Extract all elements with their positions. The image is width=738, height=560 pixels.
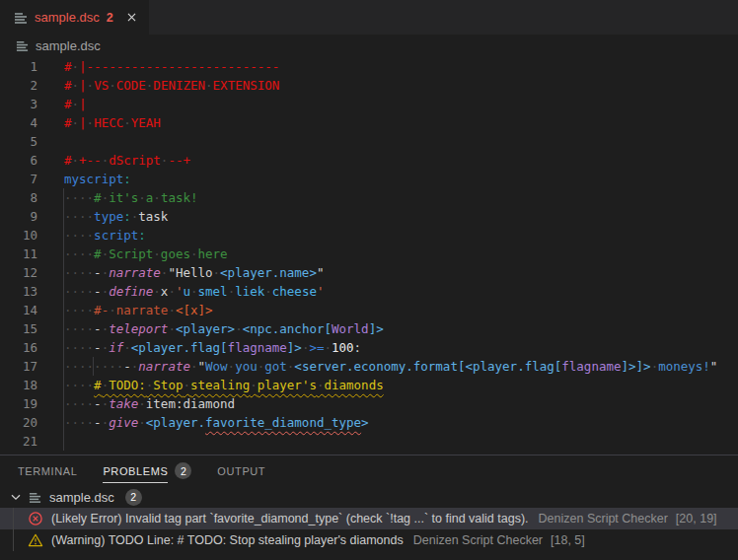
tab-sample-dsc[interactable]: sample.dsc 2: [0, 0, 149, 35]
code-line[interactable]: 12····-·narrate·"Hello·<player.name>": [0, 263, 738, 282]
code-text: #·|--------------------------: [64, 57, 279, 76]
line-number: 7: [0, 170, 37, 188]
code-line[interactable]: 4#·|·HECC·YEAH: [0, 113, 738, 132]
code-line[interactable]: 13····-·define·x·'u·smel·liek·cheese': [0, 282, 738, 301]
code-text: ····#·TODO:·Stop·stealing·player's·diamo…: [64, 376, 384, 394]
file-icon: [14, 11, 28, 25]
line-number: 16: [0, 338, 37, 357]
tab-terminal[interactable]: TERMINAL: [18, 459, 77, 483]
line-number: 20: [0, 413, 37, 432]
breadcrumb[interactable]: sample.dsc: [0, 35, 738, 57]
indent-guide: [93, 357, 94, 376]
code-text: ····#-·narrate·<[x]>: [64, 301, 213, 319]
bottom-panel: TERMINAL PROBLEMS 2 OUTPUT sample.dsc 2: [0, 455, 738, 560]
problem-row-error[interactable]: (Likely Error) Invalid tag part `favorit…: [0, 508, 738, 529]
problem-position: [18, 5]: [551, 533, 585, 547]
line-number: 6: [0, 151, 37, 170]
code-line[interactable]: 6#·+--·dScript·--+: [0, 151, 738, 170]
problem-message: (Warning) TODO Line: # TODO: Stop steali…: [51, 533, 404, 547]
file-icon: [16, 39, 29, 52]
code-text: ····type:·task: [64, 207, 168, 226]
code-text: ····#·Script·goes·here: [64, 245, 228, 263]
problem-source: Denizen Script Checker: [413, 533, 543, 547]
error-icon: [28, 511, 43, 526]
problem-row-warning[interactable]: (Warning) TODO Line: # TODO: Stop steali…: [0, 529, 738, 551]
warning-icon: [28, 532, 43, 548]
line-number: 11: [0, 245, 37, 263]
code-line[interactable]: 15····-·teleport·<player>·<npc.anchor[Wo…: [0, 319, 738, 338]
line-number: 8: [0, 188, 37, 207]
vscode-window: sample.dsc 2 sample.dsc 1#·|------------…: [0, 0, 738, 560]
code-line[interactable]: 11····#·Script·goes·here: [0, 245, 738, 263]
indent-guide: [63, 188, 64, 451]
problem-position: [20, 19]: [676, 512, 717, 525]
code-line[interactable]: 14····#-·narrate·<[x]>: [0, 301, 738, 319]
line-number: 10: [0, 226, 37, 245]
panel-tab-bar: TERMINAL PROBLEMS 2 OUTPUT: [0, 455, 738, 486]
code-text: myscript:: [64, 170, 131, 188]
code-line[interactable]: 8····#·it's·a·task!: [0, 188, 738, 207]
problems-file-group[interactable]: sample.dsc 2: [0, 486, 738, 508]
code-text: #·|·VS·CODE·DENIZEN·EXTENSION: [64, 76, 279, 95]
problems-file-name: sample.dsc: [49, 490, 114, 505]
code-line[interactable]: 17········-·narrate·"Wow·you·got·<server…: [0, 357, 738, 376]
problems-count-badge: 2: [175, 462, 191, 479]
code-line[interactable]: 21: [0, 432, 738, 451]
tab-label: sample.dsc: [35, 10, 100, 25]
close-icon[interactable]: [124, 10, 139, 25]
code-text: ····-·if·<player.flag[flagname]>·>=·100:: [64, 338, 361, 357]
code-text: ····-·define·x·'u·smel·liek·cheese': [64, 282, 324, 301]
code-line[interactable]: 2#·|·VS·CODE·DENIZEN·EXTENSION: [0, 76, 738, 95]
code-text: ········-·narrate·"Wow·you·got·<server.e…: [64, 357, 717, 376]
terminal-tab-label: TERMINAL: [18, 459, 77, 483]
code-text: #·|: [64, 95, 87, 113]
code-text: ····#·it's·a·task!: [64, 188, 198, 207]
code-line[interactable]: 10····script:: [0, 226, 738, 245]
code-line[interactable]: 3#·|: [0, 95, 738, 113]
code-line[interactable]: 20····-·give·<player.favorite_diamond_ty…: [0, 413, 738, 432]
line-number: 17: [0, 357, 37, 376]
problem-source: Denizen Script Checker: [539, 512, 668, 525]
breadcrumb-file: sample.dsc: [36, 38, 101, 53]
line-number: 12: [0, 263, 37, 282]
code-line[interactable]: 5: [0, 132, 738, 151]
line-number: 15: [0, 319, 37, 338]
code-text: #·+--·dScript·--+: [64, 151, 190, 170]
code-text: ····script:: [64, 226, 146, 245]
chevron-down-icon[interactable]: [8, 489, 24, 505]
code-text: #·|·HECC·YEAH: [64, 113, 161, 132]
line-number: 9: [0, 207, 37, 226]
line-number: 3: [0, 95, 37, 113]
problem-message: (Likely Error) Invalid tag part `favorit…: [51, 512, 529, 525]
tab-problems[interactable]: PROBLEMS 2: [103, 459, 191, 483]
code-line[interactable]: 16····-·if·<player.flag[flagname]>·>=·10…: [0, 338, 738, 357]
tree-indent-guide: [13, 508, 14, 551]
file-problems-badge: 2: [125, 489, 142, 506]
code-lines: 1#·|--------------------------2#·|·VS·CO…: [0, 57, 738, 451]
tab-output[interactable]: OUTPUT: [217, 459, 265, 483]
problems-list: (Likely Error) Invalid tag part `favorit…: [0, 508, 738, 551]
output-tab-label: OUTPUT: [217, 459, 265, 483]
problems-tab-label: PROBLEMS: [103, 459, 168, 483]
line-number: 13: [0, 282, 37, 301]
line-number: 14: [0, 301, 37, 319]
line-number: 1: [0, 57, 37, 76]
tab-bar: sample.dsc 2: [0, 0, 738, 35]
line-number: 4: [0, 113, 37, 132]
code-line[interactable]: 18····#·TODO:·Stop·stealing·player's·dia…: [0, 376, 738, 394]
code-line[interactable]: 19····-·take·item:diamond: [0, 394, 738, 413]
code-text: ····-·teleport·<player>·<npc.anchor[Worl…: [64, 319, 384, 338]
line-number: 18: [0, 376, 37, 394]
file-icon: [29, 491, 41, 504]
code-line[interactable]: 7myscript:: [0, 170, 738, 188]
code-text: ····-·take·item:diamond: [64, 394, 235, 413]
code-text: ····-·narrate·"Hello·<player.name>": [64, 263, 324, 282]
line-number: 2: [0, 76, 37, 95]
line-number: 19: [0, 394, 37, 413]
code-line[interactable]: 9····type:·task: [0, 207, 738, 226]
line-number: 5: [0, 132, 37, 151]
editor[interactable]: 1#·|--------------------------2#·|·VS·CO…: [0, 57, 738, 455]
code-line[interactable]: 1#·|--------------------------: [0, 57, 738, 76]
line-number: 21: [0, 432, 37, 451]
tab-problem-count: 2: [107, 11, 113, 25]
